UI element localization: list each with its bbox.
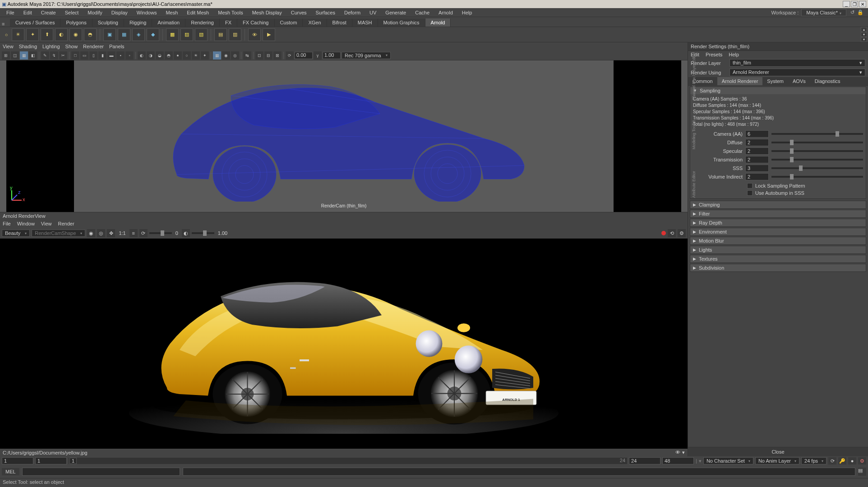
shelf-scroll-down-icon[interactable]: ▾ <box>861 37 867 42</box>
anim-layer-selector[interactable]: No Anim Layer <box>755 457 799 464</box>
side-tab[interactable]: Attribute Editor <box>692 171 696 198</box>
rv-path-icon[interactable]: ▾ <box>682 450 685 455</box>
vp-tool-icon[interactable]: ⊡ <box>255 51 263 60</box>
section-header[interactable]: ▶Environment <box>690 228 866 235</box>
arnold-light-icon[interactable]: ◉ <box>69 28 82 41</box>
param-value-field[interactable]: 6 <box>745 130 769 138</box>
vp-tool-icon[interactable]: ◧ <box>29 51 37 60</box>
arnold-play-icon[interactable]: ▶ <box>263 28 275 41</box>
vp-tool-icon[interactable]: ▪ <box>116 51 125 60</box>
vp-tool-icon[interactable]: ◎ <box>231 51 239 60</box>
arnold-light-icon[interactable]: ◐ <box>55 28 68 41</box>
vp-tool-icon[interactable]: ⊠ <box>273 51 282 60</box>
rv-tool-icon[interactable]: ⟳ <box>139 229 148 237</box>
rs-tab-diagnostics[interactable]: Diagnostics <box>810 77 845 85</box>
minimize-button[interactable]: _ <box>843 1 850 7</box>
menu-uv[interactable]: UV <box>365 9 381 16</box>
vp-menu-shading[interactable]: Shading <box>19 44 37 49</box>
vp-exposure-field[interactable]: 0.00 <box>295 52 313 59</box>
arnold-ipr-icon[interactable]: 👁 <box>248 28 261 41</box>
timeline-autokey-icon[interactable]: ● <box>848 457 856 464</box>
section-header[interactable]: ▶Clamping <box>690 201 866 208</box>
vp-tool-icon[interactable]: ● <box>174 51 182 60</box>
rs-tab-aovs[interactable]: AOVs <box>788 77 810 85</box>
rv-aov-selector[interactable]: Beauty <box>2 230 30 237</box>
vp-tool-icon[interactable]: ◐ <box>138 51 146 60</box>
menu-curves[interactable]: Curves <box>286 9 311 16</box>
vp-tool-icon[interactable]: ✎ <box>41 51 49 60</box>
shelf-scroll-up-icon[interactable]: ▴ <box>861 27 867 32</box>
menu-windows[interactable]: Windows <box>132 9 162 16</box>
menu-modify[interactable]: Modify <box>83 9 106 16</box>
timeline-rangeend-field[interactable]: 24 <box>629 457 660 464</box>
shelf-tab-polygons[interactable]: Polygons <box>60 18 92 27</box>
vp-colorspace-selector[interactable]: Rec 709 gamma <box>342 52 391 59</box>
vp-tool-icon[interactable]: ↹ <box>243 51 251 60</box>
rv-gamma-slider[interactable] <box>192 232 214 234</box>
vp-menu-view[interactable]: View <box>3 44 14 49</box>
shelf-tab-arnold[interactable]: Arnold <box>425 18 451 27</box>
maximize-button[interactable]: ❐ <box>851 1 858 7</box>
menu-display[interactable]: Display <box>107 9 132 16</box>
rv-camera-selector[interactable]: RenderCamShape <box>32 230 85 237</box>
vp-tool-icon[interactable]: ▫ <box>125 51 134 60</box>
timeline-settings-icon[interactable]: ⚙ <box>858 457 866 464</box>
vp-tool-icon[interactable]: ◑ <box>147 51 155 60</box>
arnold-mesh-icon[interactable]: ◆ <box>147 28 159 41</box>
menu-generate[interactable]: Generate <box>381 9 411 16</box>
vp-menu-renderer[interactable]: Renderer <box>83 44 104 49</box>
workspace-reset-icon[interactable]: ↺ <box>849 9 855 16</box>
command-input[interactable] <box>22 468 180 476</box>
vp-tool-icon[interactable]: ▬ <box>107 51 115 60</box>
vp-tool-icon[interactable]: ○ <box>183 51 191 60</box>
vp-tool-icon[interactable]: ◉ <box>222 51 230 60</box>
rv-exposure-slider[interactable] <box>149 232 172 234</box>
arnold-tx-icon[interactable]: ▩ <box>166 28 179 41</box>
arnold-light-icon[interactable]: ✦ <box>26 28 39 41</box>
rv-menu-view[interactable]: View <box>41 221 52 226</box>
rv-tool-icon[interactable]: ◉ <box>87 229 95 237</box>
menu-help[interactable]: Help <box>457 9 477 16</box>
menu-mesh-display[interactable]: Mesh Display <box>248 9 286 16</box>
menu-edit[interactable]: Edit <box>19 9 37 16</box>
3d-viewport[interactable]: y x z RenderCam (thin_film) Channel Box … <box>0 60 688 212</box>
param-value-field[interactable]: 2 <box>745 147 769 155</box>
timeline-rangestart-field[interactable]: 1 <box>35 457 67 464</box>
rv-tool-icon[interactable]: ⟲ <box>668 229 676 237</box>
shelf-tab-rigging[interactable]: Rigging <box>124 18 152 27</box>
vp-menu-panels[interactable]: Panels <box>109 44 125 49</box>
timeline-end-field[interactable]: 48 <box>662 457 694 464</box>
shelf-tab-custom[interactable]: Custom <box>275 18 303 27</box>
rv-tool-icon[interactable]: ✥ <box>107 229 115 237</box>
menu-arnold[interactable]: Arnold <box>434 9 457 16</box>
menu-cache[interactable]: Cache <box>411 9 434 16</box>
arnold-render-icon[interactable]: ▤ <box>214 28 227 41</box>
vp-tool-icon[interactable]: ◓ <box>165 51 173 60</box>
shelf-tab-fx[interactable]: FX <box>220 18 237 27</box>
param-value-field[interactable]: 2 <box>745 173 769 180</box>
param-value-field[interactable]: 3 <box>745 165 769 172</box>
timeline-start-field[interactable]: 1 <box>2 457 33 464</box>
vp-tool-icon[interactable]: ⟳ <box>286 51 294 60</box>
vp-gamma-field[interactable]: 1.00 <box>323 52 341 59</box>
vp-tool-icon[interactable]: ✂ <box>59 51 67 60</box>
shelf-tab-animation[interactable]: Animation <box>152 18 185 27</box>
rs-menu-help[interactable]: Help <box>729 52 739 57</box>
menu-create[interactable]: Create <box>37 9 60 16</box>
workspace-selector[interactable]: Maya Classic* <box>801 9 846 16</box>
section-header[interactable]: ▶Motion Blur <box>690 237 866 244</box>
vp-tool-icon[interactable]: ⊞ <box>2 51 10 60</box>
shelf-toggle-icon[interactable]: ≡ <box>2 21 8 27</box>
arnold-mesh-icon[interactable]: ▣ <box>103 28 116 41</box>
rv-menu-file[interactable]: File <box>3 221 11 226</box>
rv-menu-render[interactable]: Render <box>58 221 74 226</box>
vp-menu-show[interactable]: Show <box>65 44 78 49</box>
side-tab[interactable]: Channel Box / Layer Editor <box>692 52 696 101</box>
vp-tool-icon[interactable]: ▦ <box>213 51 221 60</box>
param-slider[interactable] <box>771 167 863 169</box>
vp-menu-lighting[interactable]: Lighting <box>42 44 60 49</box>
rv-settings-icon[interactable]: ⚙ <box>678 229 686 237</box>
shelf-tab-mash[interactable]: MASH <box>352 18 378 27</box>
vp-tool-icon[interactable]: ▯ <box>89 51 97 60</box>
arnold-mesh-icon[interactable]: ▦ <box>118 28 130 41</box>
